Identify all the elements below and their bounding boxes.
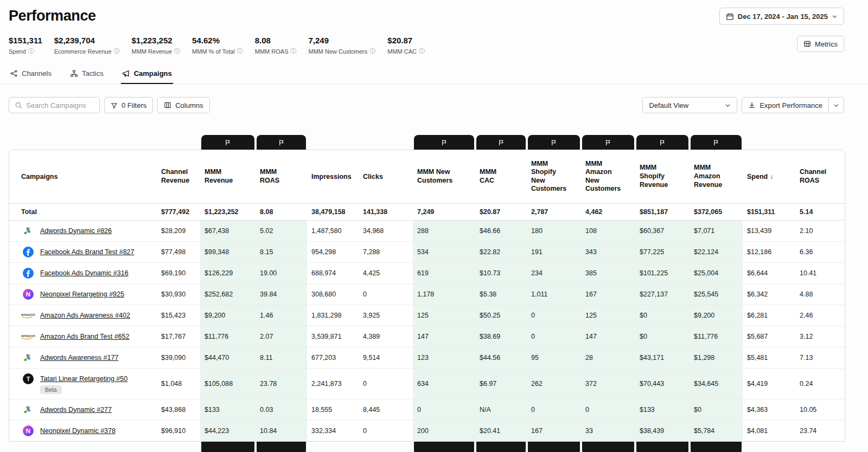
date-range-picker[interactable]: Dec 17, 2024 - Jan 15, 2025 xyxy=(719,8,844,25)
info-icon[interactable]: ⓘ xyxy=(28,47,34,55)
cell-mmm_cac: $10.73 xyxy=(475,262,527,283)
kpi-5: 7,249MMM New Customersⓘ xyxy=(309,36,376,55)
export-options-button[interactable] xyxy=(829,97,844,113)
col-header-mmm_cac[interactable]: MMM CAC xyxy=(475,150,527,203)
campaign-link[interactable]: Adwords Dynamic #277 xyxy=(40,406,112,414)
mmm-column-badge[interactable] xyxy=(414,135,474,150)
cell-mmm_roas: 8.15 xyxy=(256,241,307,262)
tab-channels[interactable]: Channels xyxy=(9,69,53,83)
cell-mmm_shopify_new_customers: 167 xyxy=(527,420,581,441)
cell-mmm_revenue: $99,348 xyxy=(200,241,256,262)
total-value: $851,187 xyxy=(635,203,690,220)
table-row: Adwords Dynamic #826$28,209$67,4385.021,… xyxy=(9,220,845,241)
table-row: NNeonpixel Retargeting #925$30,930$252,6… xyxy=(9,283,845,305)
cell-mmm_shopify_new_customers: 0 xyxy=(527,305,581,326)
campaign-link[interactable]: Facebook Ads Dynamic #316 xyxy=(40,269,129,277)
campaign-link[interactable]: Neonpixel Dynamic #378 xyxy=(40,427,116,435)
svg-text:N: N xyxy=(26,428,30,434)
mmm-column-badge[interactable] xyxy=(691,135,742,150)
tab-campaigns[interactable]: Campaigns xyxy=(121,69,173,83)
cell-mmm_amazon_revenue: $25,545 xyxy=(690,283,743,305)
campaign-link[interactable]: Adwords Awareness #177 xyxy=(40,354,118,361)
mmm-flag-icon xyxy=(551,139,557,146)
col-header-mmm_shopify_new_customers[interactable]: MMM Shopify New Customers xyxy=(527,150,581,203)
kpi-label: MMM New Customersⓘ xyxy=(309,47,376,55)
kpi-label: MMM ROASⓘ xyxy=(255,47,297,55)
col-header-mmm_amazon_revenue[interactable]: MMM Amazon Revenue xyxy=(690,150,743,203)
view-select[interactable]: Default View xyxy=(642,97,737,113)
cell-clicks: 34,968 xyxy=(359,220,413,241)
kpi-1: $2,239,704Ecommerce Revenueⓘ xyxy=(54,36,120,55)
cell-mmm_shopify_revenue: $43,171 xyxy=(635,347,690,368)
mmm-flag-icon xyxy=(441,139,448,146)
info-icon[interactable]: ⓘ xyxy=(291,47,297,55)
campaign-link[interactable]: Facebook Ads Brand Test #827 xyxy=(40,248,135,256)
campaign-link[interactable]: Amazon Ads Awareness #402 xyxy=(40,312,130,319)
search-input[interactable] xyxy=(26,101,94,109)
tab-tactics[interactable]: Tactics xyxy=(69,69,105,83)
performance-page: Performance Dec 17, 2024 - Jan 15, 2025 … xyxy=(0,0,868,452)
col-header-channel_roas[interactable]: Channel ROAS xyxy=(795,150,845,203)
cell-clicks: 7,288 xyxy=(359,241,413,262)
col-header-mmm_revenue[interactable]: MMM Revenue xyxy=(200,150,256,203)
campaigns-table-card: CampaignsChannel RevenueMMM RevenueMMM R… xyxy=(9,150,845,442)
col-header-clicks[interactable]: Clicks xyxy=(359,150,413,203)
cell-channel_roas: 4.88 xyxy=(795,283,845,305)
campaign-link[interactable]: Neonpixel Retargeting #925 xyxy=(40,290,124,298)
cell-mmm_roas: 23.78 xyxy=(256,368,307,399)
col-header-spend[interactable]: Spend↓ xyxy=(743,150,795,203)
col-header-mmm_roas[interactable]: MMM ROAS xyxy=(256,150,307,203)
cell-mmm_amazon_revenue: $22,124 xyxy=(690,241,743,262)
cell-mmm_shopify_revenue: $60,367 xyxy=(635,220,690,241)
total-value: 8.08 xyxy=(256,203,307,220)
mmm-column-badge[interactable] xyxy=(201,135,254,150)
chevron-down-icon xyxy=(725,102,731,108)
cell-clicks: 3,925 xyxy=(359,305,413,326)
cell-impressions: 332,334 xyxy=(307,420,359,441)
mmm-column-badge-cap xyxy=(636,442,688,452)
cell-mmm_new_customers: 288 xyxy=(413,220,475,241)
mmm-column-badge[interactable] xyxy=(582,135,634,150)
cell-mmm_revenue: $105,088 xyxy=(200,368,256,399)
cell-channel_roas: 10.41 xyxy=(795,262,845,283)
filters-button[interactable]: 0 Filters xyxy=(104,97,153,113)
cell-impressions: 308,680 xyxy=(307,283,359,305)
tatari-icon: T xyxy=(21,373,35,384)
info-icon[interactable]: ⓘ xyxy=(237,47,243,55)
col-header-impressions[interactable]: Impressions xyxy=(307,150,359,203)
cell-mmm_amazon_new_customers: 28 xyxy=(581,347,635,368)
cell-impressions: 3,539,871 xyxy=(307,326,359,347)
col-header-mmm_amazon_new_customers[interactable]: MMM Amazon New Customers xyxy=(581,150,635,203)
cell-mmm_new_customers: 534 xyxy=(413,241,475,262)
cell-spend: $6,644 xyxy=(743,262,795,283)
info-icon[interactable]: ⓘ xyxy=(174,47,180,55)
info-icon[interactable]: ⓘ xyxy=(419,47,425,55)
mmm-column-badge[interactable] xyxy=(528,135,580,150)
view-select-value: Default View xyxy=(649,101,688,109)
google-ads-icon xyxy=(21,225,35,236)
campaign-link[interactable]: Amazon Ads Brand Test #652 xyxy=(40,333,129,340)
total-value: 2,787 xyxy=(527,203,581,220)
cell-mmm_shopify_new_customers: 180 xyxy=(527,220,581,241)
campaign-link[interactable]: Tatari Linear Retargeting #50 xyxy=(40,375,127,383)
metrics-button[interactable]: Metrics xyxy=(797,36,844,52)
info-icon[interactable]: ⓘ xyxy=(369,47,375,55)
mmm-flag-icon xyxy=(278,139,285,146)
mmm-column-badge[interactable] xyxy=(636,135,688,150)
col-header-name[interactable]: Campaigns xyxy=(9,150,157,203)
columns-button[interactable]: Columns xyxy=(157,97,209,113)
svg-text:N: N xyxy=(26,291,30,298)
col-header-channel_revenue[interactable]: Channel Revenue xyxy=(157,150,200,203)
col-header-mmm_shopify_revenue[interactable]: MMM Shopify Revenue xyxy=(635,150,690,203)
mmm-column-badge-cap xyxy=(414,442,474,452)
metrics-icon xyxy=(803,40,811,48)
export-performance-button[interactable]: Export Performance xyxy=(742,97,829,113)
cell-spend: $5,481 xyxy=(743,347,795,368)
cell-spend: $6,342 xyxy=(743,283,795,305)
info-icon[interactable]: ⓘ xyxy=(114,47,120,55)
mmm-column-badge[interactable] xyxy=(476,135,526,150)
tab-bar-wrap: ChannelsTacticsCampaigns xyxy=(0,69,868,84)
col-header-mmm_new_customers[interactable]: MMM New Customers xyxy=(413,150,475,203)
campaign-link[interactable]: Adwords Dynamic #826 xyxy=(40,227,112,235)
mmm-column-badge[interactable] xyxy=(257,135,306,150)
